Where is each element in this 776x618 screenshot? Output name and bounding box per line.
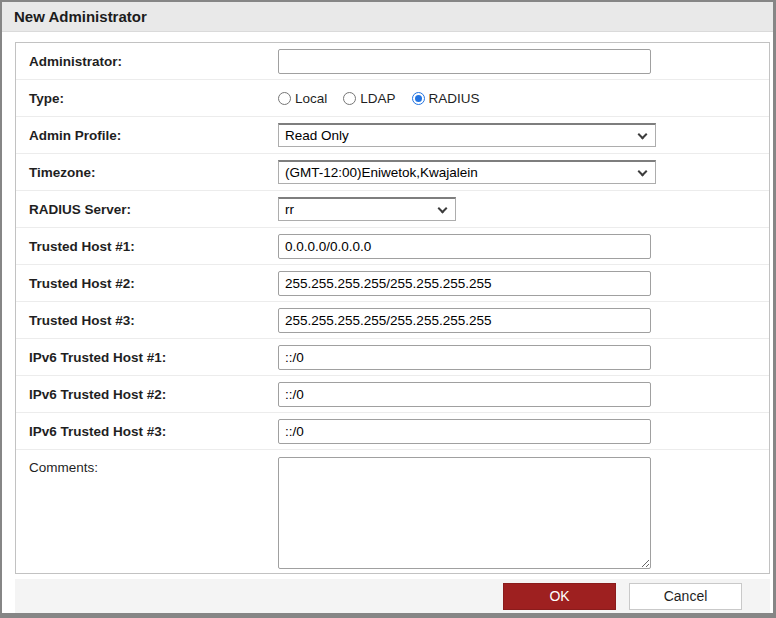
trusted-host-2-label: Trusted Host #2: xyxy=(29,276,278,291)
timezone-label: Timezone: xyxy=(29,165,278,180)
radius-server-selected-value: rr xyxy=(285,202,294,217)
form-row-ipv6-trusted-host-1: IPv6 Trusted Host #1: xyxy=(16,339,769,376)
type-option-local-label: Local xyxy=(295,91,327,106)
cancel-button[interactable]: Cancel xyxy=(629,583,742,610)
type-label: Type: xyxy=(29,91,278,106)
form-row-radius-server: RADIUS Server: rr xyxy=(16,191,769,228)
trusted-host-3-label: Trusted Host #3: xyxy=(29,313,278,328)
type-radio-group: Local LDAP RADIUS xyxy=(278,91,480,106)
chevron-down-icon xyxy=(438,204,448,214)
ipv6-trusted-host-3-label: IPv6 Trusted Host #3: xyxy=(29,424,278,439)
form-row-administrator: Administrator: xyxy=(16,43,769,80)
trusted-host-3-input[interactable] xyxy=(278,308,651,333)
admin-profile-selected-value: Read Only xyxy=(285,128,349,143)
comments-textarea[interactable] xyxy=(278,457,651,569)
radius-server-label: RADIUS Server: xyxy=(29,202,278,217)
timezone-select[interactable]: (GMT-12:00)Eniwetok,Kwajalein xyxy=(278,160,656,184)
form-row-trusted-host-3: Trusted Host #3: xyxy=(16,302,769,339)
new-administrator-dialog: New Administrator Administrator: Type: L… xyxy=(0,0,776,618)
dialog-title: New Administrator xyxy=(14,8,147,25)
timezone-selected-value: (GMT-12:00)Eniwetok,Kwajalein xyxy=(285,165,478,180)
type-option-radius-label: RADIUS xyxy=(429,91,480,106)
form-row-trusted-host-2: Trusted Host #2: xyxy=(16,265,769,302)
ipv6-trusted-host-1-input[interactable] xyxy=(278,345,651,370)
type-option-radius[interactable]: RADIUS xyxy=(412,91,480,106)
type-option-local[interactable]: Local xyxy=(278,91,327,106)
dialog-title-bar: New Administrator xyxy=(2,2,773,32)
chevron-down-icon xyxy=(638,167,648,177)
ok-button[interactable]: OK xyxy=(503,583,616,610)
form-row-ipv6-trusted-host-3: IPv6 Trusted Host #3: xyxy=(16,413,769,450)
chevron-down-icon xyxy=(638,130,648,140)
form-row-comments: Comments: xyxy=(16,450,769,573)
administrator-input[interactable] xyxy=(278,49,651,74)
radio-ldap-icon[interactable] xyxy=(343,92,356,105)
dialog-footer: OK Cancel xyxy=(15,579,770,613)
form-row-trusted-host-1: Trusted Host #1: xyxy=(16,228,769,265)
admin-profile-label: Admin Profile: xyxy=(29,128,278,143)
comments-label: Comments: xyxy=(29,457,278,475)
radio-radius-icon[interactable] xyxy=(412,92,425,105)
ipv6-trusted-host-2-input[interactable] xyxy=(278,382,651,407)
trusted-host-1-label: Trusted Host #1: xyxy=(29,239,278,254)
ipv6-trusted-host-3-input[interactable] xyxy=(278,419,651,444)
type-option-ldap[interactable]: LDAP xyxy=(343,91,395,106)
administrator-form: Administrator: Type: Local LDAP xyxy=(15,42,770,574)
trusted-host-2-input[interactable] xyxy=(278,271,651,296)
trusted-host-1-input[interactable] xyxy=(278,234,651,259)
form-row-ipv6-trusted-host-2: IPv6 Trusted Host #2: xyxy=(16,376,769,413)
ipv6-trusted-host-1-label: IPv6 Trusted Host #1: xyxy=(29,350,278,365)
form-row-admin-profile: Admin Profile: Read Only xyxy=(16,117,769,154)
admin-profile-select[interactable]: Read Only xyxy=(278,123,656,147)
administrator-label: Administrator: xyxy=(29,54,278,69)
form-row-timezone: Timezone: (GMT-12:00)Eniwetok,Kwajalein xyxy=(16,154,769,191)
radio-local-icon[interactable] xyxy=(278,92,291,105)
radius-server-select[interactable]: rr xyxy=(278,197,456,221)
form-row-type: Type: Local LDAP RADIUS xyxy=(16,80,769,117)
type-option-ldap-label: LDAP xyxy=(360,91,395,106)
ipv6-trusted-host-2-label: IPv6 Trusted Host #2: xyxy=(29,387,278,402)
